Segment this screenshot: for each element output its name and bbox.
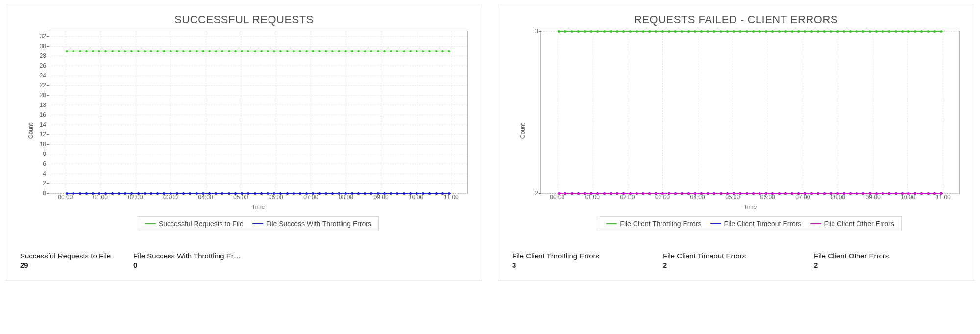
y-tick-label: 8: [43, 151, 49, 157]
y-tick-label: 32: [40, 33, 49, 40]
y-tick-label: 18: [40, 102, 49, 108]
gridline: [593, 31, 593, 193]
gridline: [346, 31, 346, 193]
x-tick-label: 03:00: [163, 194, 178, 201]
legend-swatch-icon: [145, 223, 156, 224]
summary-metric: File Client Timeout Errors 2: [663, 252, 809, 269]
legend-item[interactable]: File Success With Throttling Errors: [252, 220, 371, 228]
gridline: [49, 154, 467, 154]
summary-metric: File Client Other Errors 2: [814, 252, 960, 269]
gridline: [49, 56, 467, 56]
summary-metric: Successful Requests to File 29: [20, 252, 128, 269]
gridline: [943, 31, 943, 193]
gridline: [381, 31, 381, 193]
dashboard-row: SUCCESSFUL REQUESTS Count 02468101214161…: [0, 0, 980, 284]
summary-row: File Client Throttling Errors 3 File Cli…: [512, 252, 960, 269]
legend-label: File Success With Throttling Errors: [266, 220, 371, 228]
y-axis-label: Count: [27, 123, 34, 139]
legend-item[interactable]: Successful Requests to File: [145, 220, 244, 228]
metric-label: File Client Timeout Errors: [663, 252, 809, 260]
y-axis-label: Count: [519, 123, 526, 139]
x-tick-label: 04:00: [690, 194, 705, 201]
y-tick-label: 28: [40, 52, 49, 59]
x-tick-label: 08:00: [831, 194, 845, 201]
gridline: [768, 31, 768, 193]
x-axis-ticks: 00:0001:0002:0003:0004:0005:0006:0007:00…: [49, 194, 468, 202]
legend-swatch-icon: [606, 223, 617, 224]
x-tick-label: 11:00: [444, 194, 459, 201]
metric-value: 0: [133, 261, 242, 269]
x-axis-label: Time: [540, 204, 960, 210]
x-tick-label: 10:00: [409, 194, 423, 201]
x-tick-label: 06:00: [269, 194, 283, 201]
gridline: [838, 31, 838, 193]
x-tick-label: 04:00: [198, 194, 213, 201]
x-tick-label: 11:00: [936, 194, 951, 201]
gridline: [49, 105, 467, 105]
legend-item[interactable]: File Client Other Errors: [810, 220, 894, 228]
y-tick-label: 6: [43, 160, 49, 167]
gridline: [49, 76, 467, 76]
legend-label: File Client Other Errors: [824, 220, 894, 228]
gridline: [803, 31, 803, 193]
x-tick-label: 03:00: [655, 194, 670, 201]
legend-swatch-icon: [810, 223, 821, 224]
gridline: [206, 31, 206, 193]
x-tick-label: 02:00: [128, 194, 143, 201]
gridline: [416, 31, 416, 193]
y-tick-label: 22: [40, 82, 49, 89]
x-tick-label: 06:00: [760, 194, 775, 201]
gridline: [49, 95, 467, 96]
y-tick-label: 10: [40, 141, 49, 148]
chart-legend: Successful Requests to FileFile Success …: [138, 216, 379, 231]
x-tick-label: 07:00: [795, 194, 810, 201]
x-axis-ticks: 00:0001:0002:0003:0004:0005:0006:0007:00…: [540, 194, 960, 202]
x-tick-label: 09:00: [866, 194, 881, 201]
plot-area[interactable]: 02468101214161820222426283032: [49, 31, 468, 194]
gridline: [101, 31, 101, 193]
panel-requests-failed-client-errors: REQUESTS FAILED - CLIENT ERRORS Count 23…: [498, 4, 974, 281]
chart-frame: Count 02468101214161820222426283032 00:0…: [49, 31, 468, 231]
x-tick-label: 07:00: [303, 194, 318, 201]
summary-metric: File Client Throttling Errors 3: [512, 252, 658, 269]
gridline: [49, 164, 467, 164]
x-tick-label: 08:00: [339, 194, 353, 201]
x-tick-label: 01:00: [585, 194, 600, 201]
gridline: [311, 31, 311, 193]
x-tick-label: 05:00: [233, 194, 248, 201]
metric-label: File Client Throttling Errors: [512, 252, 658, 260]
y-tick-label: 30: [40, 43, 49, 50]
gridline: [558, 31, 558, 193]
metric-value: 2: [663, 261, 809, 269]
summary-metric: File Success With Throttling Errors. . 0: [133, 252, 242, 269]
legend-item[interactable]: File Client Timeout Errors: [710, 220, 802, 228]
legend-swatch-icon: [252, 223, 263, 224]
y-tick-label: 2: [43, 180, 49, 187]
legend-item[interactable]: File Client Throttling Errors: [606, 220, 701, 228]
x-tick-label: 00:00: [550, 194, 564, 201]
gridline: [49, 115, 467, 115]
y-tick-label: 26: [40, 62, 49, 69]
gridline: [733, 31, 733, 193]
x-tick-label: 09:00: [374, 194, 389, 201]
gridline: [49, 36, 467, 37]
gridline: [49, 66, 467, 66]
y-tick-label: 24: [40, 72, 49, 79]
chart-title: REQUESTS FAILED - CLIENT ERRORS: [512, 13, 960, 26]
metric-label: File Success With Throttling Errors. .: [133, 252, 242, 260]
legend-label: Successful Requests to File: [159, 220, 244, 228]
legend-swatch-icon: [710, 223, 721, 224]
gridline: [49, 125, 467, 125]
y-tick-label: 14: [40, 121, 49, 128]
x-tick-label: 10:00: [901, 194, 915, 201]
chart-title: SUCCESSFUL REQUESTS: [20, 13, 468, 26]
gridline: [907, 31, 908, 193]
y-tick-label: 4: [43, 170, 49, 177]
gridline: [49, 46, 467, 47]
x-axis-label: Time: [49, 204, 468, 210]
plot-area[interactable]: 23: [540, 31, 960, 194]
x-tick-label: 01:00: [93, 194, 108, 201]
gridline: [49, 144, 467, 145]
legend-label: File Client Timeout Errors: [724, 220, 802, 228]
gridline: [49, 183, 467, 184]
